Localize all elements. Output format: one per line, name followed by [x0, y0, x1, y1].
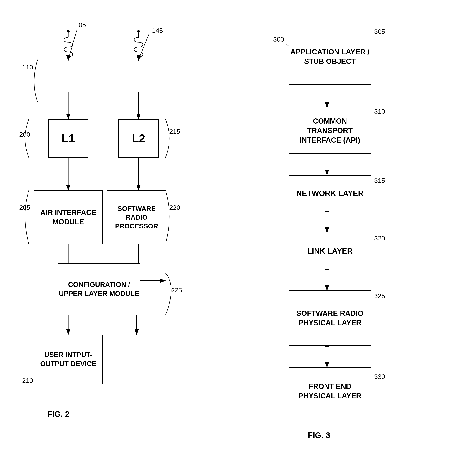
ref-105: 105 — [75, 21, 86, 29]
svg-point-27 — [137, 30, 140, 33]
diagram-container: L1 L2 AIR INTERFACE MODULE SOFTWARE RADI… — [0, 0, 449, 476]
ref-300: 300 — [273, 36, 284, 43]
box-common-transport: COMMON TRANSPORT INTERFACE (API) — [288, 108, 371, 154]
box-air-interface-module: AIR INTERFACE MODULE — [34, 190, 103, 244]
antenna-l1 — [60, 30, 77, 61]
box-app-layer: APPLICATION LAYER / STUB OBJECT — [288, 29, 371, 85]
box-user-io-device: USER INTPUT-OUTPUT DEVICE — [34, 334, 103, 385]
fig3-label: FIG. 3 — [308, 431, 330, 440]
fig2-label: FIG. 2 — [47, 409, 70, 419]
ref-145: 145 — [152, 27, 163, 34]
box-l2: L2 — [118, 119, 159, 158]
box-l1: L1 — [48, 119, 88, 158]
svg-point-24 — [67, 30, 70, 33]
coil-svg-l2 — [130, 30, 147, 61]
antenna-l2 — [130, 30, 147, 61]
ref-315: 315 — [374, 177, 385, 184]
ref-330: 330 — [374, 373, 385, 380]
ref-220: 220 — [169, 204, 180, 211]
ref-325: 325 — [374, 292, 385, 300]
box-link-layer: LINK LAYER — [288, 233, 371, 269]
coil-svg-l1 — [60, 30, 77, 61]
ref-225: 225 — [171, 286, 182, 294]
ref-210: 210 — [22, 377, 33, 384]
box-config-upper-layer: CONFIGURATION / UPPER LAYER MODULE — [58, 263, 140, 315]
ref-200: 200 — [19, 131, 30, 138]
ref-320: 320 — [374, 235, 385, 242]
ref-205: 205 — [19, 204, 30, 211]
box-software-radio-processor: SOFTWARE RADIO PROCESSOR — [107, 190, 167, 244]
box-software-radio-physical: SOFTWARE RADIO PHYSICAL LAYER — [288, 290, 371, 346]
ref-110: 110 — [22, 63, 33, 71]
box-front-end-physical: FRONT END PHYSICAL LAYER — [288, 367, 371, 415]
ref-305: 305 — [374, 28, 385, 35]
box-network-layer: NETWORK LAYER — [288, 175, 371, 211]
ref-310: 310 — [374, 108, 385, 115]
ref-215: 215 — [169, 128, 180, 135]
